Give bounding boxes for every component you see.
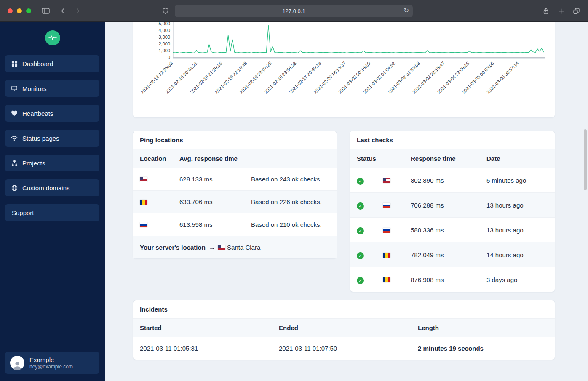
avg-response-time: 633.706 ms — [173, 191, 244, 213]
sidebar-item-dashboard[interactable]: Dashboard — [5, 55, 99, 72]
table-row: 2021-03-11 01:05:31 2021-03-11 01:07:50 … — [133, 337, 555, 360]
svg-text:3,000: 3,000 — [158, 35, 170, 40]
arrow-right-icon: → — [209, 244, 215, 251]
response-time-chart: 01,0002,0003,0004,0005,0002021-02-14 12:… — [133, 10, 556, 117]
incidents-card: Incidents Started Ended Length 2021-03-1… — [133, 300, 555, 360]
svg-text:0: 0 — [168, 55, 170, 60]
sidebar-item-support[interactable]: Support — [5, 204, 99, 221]
ru-flag-icon — [383, 228, 390, 233]
column-header: Status — [350, 149, 376, 168]
user-name: Example — [29, 356, 73, 364]
url-text: 127.0.0.1 — [282, 8, 305, 14]
column-header: Avg. response time — [173, 149, 244, 168]
sidebar-nav: Dashboard Monitors Heartbeats Status pag… — [5, 55, 99, 221]
svg-text:2,000: 2,000 — [158, 41, 170, 46]
avg-response-time: 628.133 ms — [173, 168, 244, 191]
table-row: 633.706 ms Based on 226 ok checks. — [133, 191, 337, 213]
last-checks-table: Status Response time Date ✓ 802.890 ms 5… — [350, 149, 555, 292]
incidents-table: Started Ended Length 2021-03-11 01:05:31… — [133, 319, 555, 360]
sidebar-item-label: Projects — [22, 160, 45, 167]
status-ok-icon: ✓ — [357, 202, 364, 210]
sidebar-item-label: Heartbeats — [22, 110, 53, 117]
url-field[interactable]: 127.0.0.1 ↻ — [175, 5, 413, 17]
status-ok-icon: ✓ — [357, 178, 364, 185]
response-time-card: 01,0002,0003,0004,0005,0002021-02-14 12:… — [133, 9, 555, 118]
nodes-icon — [11, 160, 18, 166]
response-time: 802.890 ms — [404, 168, 480, 193]
sidebar-item-custom-domains[interactable]: Custom domains — [5, 179, 99, 196]
column-header — [376, 149, 404, 168]
column-header: Response time — [404, 149, 480, 168]
svg-text:1,000: 1,000 — [158, 48, 170, 53]
sidebar-item-heartbeats[interactable]: Heartbeats — [5, 105, 99, 122]
check-date: 13 hours ago — [480, 218, 555, 242]
close-window-button[interactable] — [8, 8, 13, 13]
incident-ended: 2021-03-11 01:07:50 — [272, 337, 411, 360]
sidebar-item-projects[interactable]: Projects — [5, 155, 99, 171]
sidebar-item-label: Monitors — [22, 85, 47, 92]
heart-icon — [11, 110, 18, 117]
table-row: 613.598 ms Based on 210 ok checks. — [133, 213, 337, 236]
forward-button[interactable] — [73, 6, 83, 16]
column-header — [244, 149, 337, 168]
table-header-row: Started Ended Length — [133, 319, 555, 337]
sidebar: Dashboard Monitors Heartbeats Status pag… — [0, 22, 105, 381]
ping-locations-table: Location Avg. response time 628.133 ms B… — [133, 149, 337, 258]
last-checks-card: Last checks Status Response time Date ✓ — [350, 131, 555, 292]
card-title: Last checks — [350, 131, 555, 149]
us-flag-icon — [140, 177, 147, 182]
sidebar-item-monitors[interactable]: Monitors — [5, 80, 99, 97]
back-button[interactable] — [58, 6, 68, 16]
column-header: Ended — [272, 319, 411, 337]
ru-flag-icon — [383, 203, 390, 208]
response-time: 782.049 ms — [404, 242, 480, 267]
checks-note: Based on 226 ok checks. — [244, 191, 337, 213]
response-time: 706.288 ms — [404, 193, 480, 218]
sidebar-toggle-icon[interactable] — [40, 6, 51, 16]
status-ok-icon: ✓ — [357, 227, 364, 234]
tab-overview-icon[interactable] — [571, 6, 581, 16]
table-row: ✓ 580.336 ms 13 hours ago — [350, 218, 555, 242]
ru-flag-icon — [140, 222, 147, 227]
status-ok-icon: ✓ — [357, 252, 364, 259]
new-tab-button[interactable] — [556, 6, 566, 16]
server-location-row: Your server's location→ Santa Clara — [133, 236, 337, 259]
zoom-window-button[interactable] — [26, 8, 31, 13]
ro-flag-icon — [140, 200, 147, 205]
svg-text:4,000: 4,000 — [158, 28, 170, 33]
app-logo[interactable] — [45, 30, 60, 45]
wifi-icon — [11, 135, 18, 141]
ro-flag-icon — [383, 277, 390, 282]
user-card[interactable]: Example hey@example.com — [5, 352, 99, 374]
table-row: ✓ 802.890 ms 5 minutes ago — [350, 168, 555, 193]
server-city: Santa Clara — [227, 244, 260, 251]
column-header: Date — [480, 149, 555, 168]
column-header: Started — [133, 319, 272, 337]
table-row: ✓ 876.908 ms 3 days ago — [350, 267, 555, 292]
scrollbar-thumb[interactable] — [584, 129, 587, 190]
card-title: Incidents — [133, 300, 555, 319]
share-icon[interactable] — [541, 6, 551, 16]
column-header: Length — [411, 319, 555, 337]
reload-icon[interactable]: ↻ — [404, 7, 409, 14]
grid-icon — [11, 60, 18, 67]
response-time: 876.908 ms — [404, 267, 480, 292]
incident-started: 2021-03-11 01:05:31 — [133, 337, 272, 360]
monitor-icon — [11, 85, 18, 92]
sidebar-item-label: Support — [12, 209, 34, 216]
table-row: ✓ 782.049 ms 14 hours ago — [350, 242, 555, 267]
table-header-row: Status Response time Date — [350, 149, 555, 168]
status-ok-icon: ✓ — [357, 277, 364, 284]
table-row: ✓ 706.288 ms 13 hours ago — [350, 193, 555, 218]
sidebar-item-status-pages[interactable]: Status pages — [5, 130, 99, 147]
checks-note: Based on 243 ok checks. — [244, 168, 337, 191]
sidebar-item-label: Status pages — [22, 135, 59, 142]
check-date: 13 hours ago — [480, 193, 555, 218]
browser-chrome: 127.0.0.1 ↻ — [0, 0, 588, 22]
table-row: 628.133 ms Based on 243 ok checks. — [133, 168, 337, 191]
card-title: Ping locations — [133, 131, 337, 149]
server-location-label: Your server's location — [140, 244, 206, 251]
shield-icon — [160, 6, 171, 16]
check-date: 3 days ago — [480, 267, 555, 292]
minimize-window-button[interactable] — [17, 8, 22, 13]
